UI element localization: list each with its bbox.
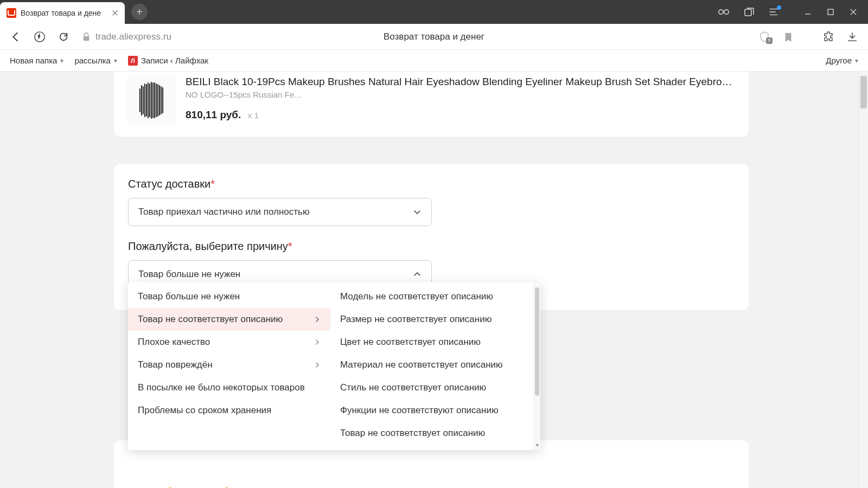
downloads-icon[interactable] [846,31,858,43]
amount-range-hint: От 0,78 руб. до 793,73 руб. [128,486,735,488]
bookmark-label: Записи ‹ Лайфхак [141,56,208,65]
option-label: Стиль не соответствует описанию [340,382,486,393]
reload-button[interactable] [58,31,69,43]
svg-rect-5 [84,36,90,41]
bookmark-other[interactable]: Другое ▾ [826,56,858,65]
dropdown-scrollbar[interactable]: ▾ [533,282,540,450]
chevron-down-icon: ▾ [855,57,858,65]
reason-option[interactable]: Товар повреждён [128,354,330,376]
chevron-right-icon [314,339,321,345]
dropdown-column-2: Модель не соответствует описанию Размер … [330,282,533,450]
url-text: trade.aliexpress.ru [95,31,171,42]
bookmark-folder-new[interactable]: Новая папка ▾ [10,56,63,65]
option-label: Товар больше не нужен [138,291,240,302]
product-image [127,76,176,125]
option-label: Товар не соответствует описанию [138,314,283,325]
reason-option[interactable]: В посылке не было некоторых товаров [128,376,330,399]
select-value: Товар больше не нужен [138,269,240,280]
product-price: 810,11 руб. [186,109,241,120]
navbar-right: 5 [758,31,858,43]
reason-dropdown-panel: Товар больше не нужен Товар не соответст… [128,282,540,450]
scrollbar-thumb[interactable] [535,287,539,396]
delivery-status-label: Статус доставки* [128,178,735,190]
option-label: Функции не соответствуют описанию [340,405,499,416]
required-marker: * [288,240,292,252]
product-variant: NO LOGO--15pcs Russian Fe… [186,90,736,99]
chevron-up-icon [413,270,422,279]
bookmark-folder-mailing[interactable]: рассылка ▾ [74,56,117,65]
lifehacker-favicon: Л [128,56,138,66]
chevron-down-icon: ▾ [114,57,117,65]
reason-option[interactable]: Плохое качество [128,331,330,354]
dropdown-column-1: Товар больше не нужен Товар не соответст… [128,282,330,450]
chevron-down-icon [413,208,422,216]
titlebar-right [718,7,868,17]
label-text: Статус доставки [128,178,210,190]
chevron-down-icon: ▾ [60,57,63,65]
product-title: BEILI Black 10-19Pcs Makeup Brushes Natu… [186,76,736,88]
product-quantity: x 1 [248,111,259,120]
page-title: Возврат товара и денег [384,31,484,42]
address-bar[interactable]: trade.aliexpress.ru [81,31,171,42]
svg-point-0 [719,10,723,14]
bookmark-icon[interactable] [782,31,794,43]
aliexpress-favicon [7,8,16,18]
product-info: BEILI Black 10-19Pcs Makeup Brushes Natu… [186,76,736,125]
svg-point-1 [724,10,729,14]
select-value: Товар приехал частично или полностью [138,207,310,217]
reason-suboption[interactable]: Функции не соответствуют описанию [330,399,533,422]
notifications-icon[interactable] [768,7,779,17]
option-label: Материал не соответствует описанию [340,359,503,370]
bookmark-label: рассылка [74,56,110,65]
product-card: BEILI Black 10-19Pcs Makeup Brushes Natu… [114,72,749,137]
browser-tab[interactable]: Возврат товара и дене [0,2,125,24]
chevron-right-icon [314,316,321,323]
reason-suboption[interactable]: Материал не соответствует описанию [330,354,533,376]
reason-suboption[interactable]: Цвет не соответствует описанию [330,331,533,354]
delivery-status-select[interactable]: Товар приехал частично или полностью [128,198,432,226]
reason-suboption[interactable]: Стиль не соответствует описанию [330,376,533,399]
extensions-icon[interactable] [822,31,834,43]
bookmark-label: Другое [826,56,852,65]
scrollbar-thumb[interactable] [860,76,867,108]
svg-rect-3 [828,9,833,15]
reason-suboption[interactable]: Модель не соответствует описанию [330,285,533,308]
page-scrollbar[interactable] [859,72,868,488]
collections-icon[interactable] [743,7,754,17]
new-tab-button[interactable]: + [131,4,148,20]
yandex-home-button[interactable] [34,31,46,43]
svg-rect-2 [745,9,751,16]
tab-close-button[interactable] [111,9,119,17]
browser-titlebar: Возврат товара и дене + [0,0,868,24]
tab-title: Возврат товара и дене [21,9,106,17]
option-label: Модель не соответствует описанию [340,291,493,302]
chevron-right-icon [314,362,321,368]
reason-option-active[interactable]: Товар не соответствует описанию [128,308,330,331]
option-label: Плохое качество [138,337,210,348]
browser-navbar: trade.aliexpress.ru Возврат товара и ден… [0,24,868,50]
label-text: Пожалуйста, выберите причину [128,240,288,252]
bookmark-link-lifehack[interactable]: Л Записи ‹ Лайфхак [128,56,208,66]
bookmarks-bar: Новая папка ▾ рассылка ▾ Л Записи ‹ Лайф… [0,50,868,72]
option-label: Товар не соответствует описанию [340,428,485,439]
reader-mode-icon[interactable] [718,7,729,17]
reason-option[interactable]: Товар больше не нужен [128,285,330,308]
close-window-button[interactable] [850,8,857,16]
option-label: Размер не соответствует описанию [340,314,492,325]
window-controls [804,8,857,16]
required-marker: * [210,178,215,190]
bookmark-label: Новая папка [10,56,57,65]
option-label: Товар повреждён [138,359,213,370]
shield-icon[interactable]: 5 [758,31,770,43]
lock-icon [81,32,91,42]
minimize-button[interactable] [804,8,812,16]
reason-label: Пожалуйста, выберите причину* [128,240,735,253]
back-button[interactable] [10,31,22,43]
reason-suboption[interactable]: Товар не соответствует описанию [330,422,533,445]
scroll-down-icon[interactable]: ▾ [536,442,539,448]
reason-option[interactable]: Проблемы со сроком хранения [128,399,330,422]
option-label: В посылке не было некоторых товаров [138,382,305,393]
reason-suboption[interactable]: Размер не соответствует описанию [330,308,533,331]
option-label: Цвет не соответствует описанию [340,337,481,348]
maximize-button[interactable] [827,8,834,16]
